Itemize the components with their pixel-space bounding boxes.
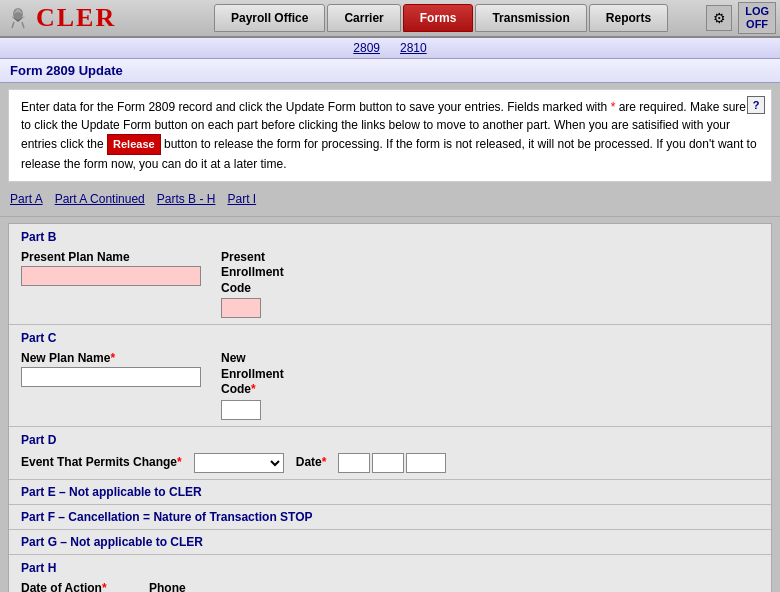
part-h-row: Date of Action* Phone [21, 581, 759, 592]
sub-nav: 2809 2810 [0, 38, 780, 59]
tab-reports[interactable]: Reports [589, 4, 668, 32]
parts-b-h-link[interactable]: Parts B - H [157, 192, 216, 206]
part-c-grid: New Plan Name* NewEnrollmentCode* [21, 351, 759, 420]
logo-area: CLER [4, 3, 214, 33]
present-enrollment-code-input[interactable] [221, 298, 261, 318]
date-required: * [322, 455, 327, 469]
part-f-section: Part F – Cancellation = Nature of Transa… [9, 505, 771, 530]
phone-label: Phone [149, 581, 259, 592]
part-c-label: Part C [21, 331, 759, 345]
phone-group: Phone [149, 581, 259, 592]
event-required: * [177, 455, 182, 469]
present-enrollment-code-label: PresentEnrollmentCode [221, 250, 284, 297]
present-plan-name-input[interactable] [21, 266, 201, 286]
logoff-button[interactable]: LOGOFF [738, 2, 776, 34]
date-of-action-label: Date of Action* [21, 581, 129, 592]
new-enrollment-code-input[interactable] [221, 400, 261, 420]
part-g-section: Part G – Not applicable to CLER [9, 530, 771, 555]
date-mm-input[interactable] [338, 453, 370, 473]
nav-tabs: Payroll Office Carrier Forms Transmissio… [214, 4, 706, 32]
date-yyyy-input[interactable] [406, 453, 446, 473]
info-box: ? Enter data for the Form 2809 record an… [8, 89, 772, 182]
date-label: Date* [296, 455, 327, 469]
date-dd-input[interactable] [372, 453, 404, 473]
part-c-section: Part C New Plan Name* NewEnrollmentCode* [9, 325, 771, 427]
sub-nav-2810[interactable]: 2810 [400, 41, 427, 55]
new-enrollment-code-group: NewEnrollmentCode* [221, 351, 284, 420]
help-icon[interactable]: ? [747, 96, 765, 114]
present-plan-name-label: Present Plan Name [21, 250, 201, 264]
app-logo: CLER [36, 3, 116, 33]
settings-button[interactable]: ⚙ [706, 5, 732, 31]
date-group [338, 453, 446, 473]
new-plan-name-group: New Plan Name* [21, 351, 201, 387]
part-b-section: Part B Present Plan Name PresentEnrollme… [9, 224, 771, 326]
form-area: Part B Present Plan Name PresentEnrollme… [8, 223, 772, 593]
header: CLER Payroll Office Carrier Forms Transm… [0, 0, 780, 38]
tab-payroll-office[interactable]: Payroll Office [214, 4, 325, 32]
sub-nav-2809[interactable]: 2809 [353, 41, 380, 55]
part-h-label: Part H [21, 561, 759, 575]
part-d-row: Event That Permits Change* Date* [21, 453, 759, 473]
part-d-section: Part D Event That Permits Change* Date* [9, 427, 771, 480]
new-enrollment-code-label: NewEnrollmentCode* [221, 351, 284, 398]
part-b-label: Part B [21, 230, 759, 244]
svg-line-3 [12, 22, 14, 28]
tab-transmission[interactable]: Transmission [475, 4, 586, 32]
eagle-icon [4, 4, 32, 32]
new-enrollment-required: * [251, 382, 256, 396]
part-a-link[interactable]: Part A [10, 192, 43, 206]
new-plan-required: * [110, 351, 115, 365]
release-button[interactable]: Release [107, 134, 161, 155]
date-of-action-group: Date of Action* [21, 581, 129, 592]
tab-carrier[interactable]: Carrier [327, 4, 400, 32]
info-box-text: Enter data for the Form 2809 record and … [21, 98, 759, 173]
part-a-continued-link[interactable]: Part A Continued [55, 192, 145, 206]
part-d-label: Part D [21, 433, 759, 447]
present-enrollment-code-group: PresentEnrollmentCode [221, 250, 284, 319]
part-i-link[interactable]: Part I [227, 192, 256, 206]
new-plan-name-label: New Plan Name* [21, 351, 201, 365]
part-e-section: Part E – Not applicable to CLER [9, 480, 771, 505]
svg-line-4 [22, 22, 24, 28]
page-title-bar: Form 2809 Update [0, 59, 780, 83]
event-label: Event That Permits Change* [21, 455, 182, 469]
event-select[interactable] [194, 453, 284, 473]
date-action-required: * [102, 581, 107, 592]
new-plan-name-input[interactable] [21, 367, 201, 387]
present-plan-name-group: Present Plan Name [21, 250, 201, 286]
info-text-1: Enter data for the Form 2809 record and … [21, 100, 611, 114]
part-b-grid: Present Plan Name PresentEnrollmentCode [21, 250, 759, 319]
header-right: ⚙ LOGOFF [706, 2, 776, 34]
tab-forms[interactable]: Forms [403, 4, 474, 32]
page-title: Form 2809 Update [10, 63, 123, 78]
part-h-section: Part H Date of Action* Phone [9, 555, 771, 592]
part-nav: Part A Part A Continued Parts B - H Part… [0, 188, 780, 214]
